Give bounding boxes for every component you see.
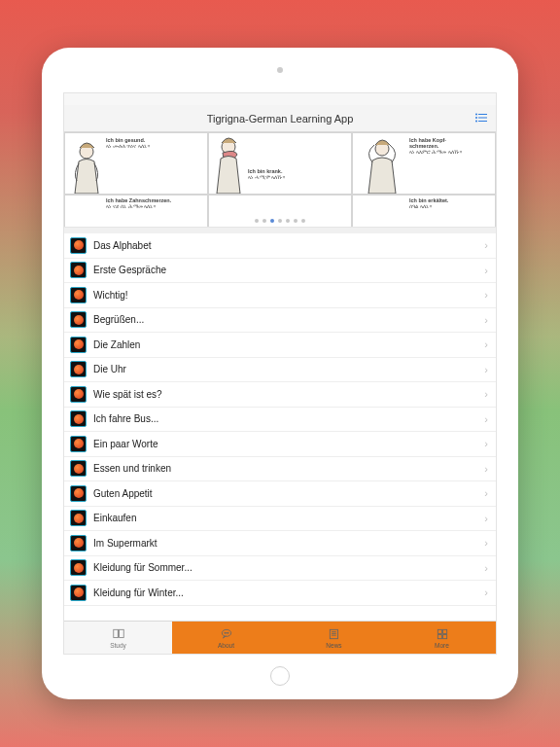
svg-rect-5 (478, 121, 487, 122)
chevron-right-icon: › (484, 265, 488, 276)
tab-news[interactable]: News (280, 622, 388, 654)
lesson-label: Erste Gespräche (93, 265, 484, 275)
list-item[interactable]: Ich fahre Bus... › (64, 408, 496, 433)
lesson-icon (70, 262, 87, 278)
chevron-right-icon: › (484, 513, 488, 524)
list-item[interactable]: Die Uhr › (64, 358, 496, 383)
carousel-dot[interactable] (278, 219, 282, 223)
news-icon (328, 627, 341, 641)
tab-label: More (435, 642, 449, 649)
lesson-icon (70, 337, 87, 353)
list-item[interactable]: Wie spät ist es? › (64, 382, 496, 408)
status-bar (64, 93, 496, 105)
chevron-right-icon: › (484, 413, 488, 425)
lesson-label: Einkaufen (93, 513, 484, 523)
lesson-label: Das Alphabet (93, 240, 484, 251)
svg-point-0 (475, 113, 477, 115)
lesson-icon (70, 287, 87, 303)
lesson-list[interactable]: Das Alphabet › Erste Gespräche › Wichtig… (64, 228, 496, 621)
tab-more[interactable]: More (388, 622, 496, 654)
lesson-icon (70, 559, 87, 576)
lesson-icon (70, 237, 87, 254)
lesson-icon (70, 311, 87, 328)
lesson-icon (70, 585, 87, 601)
home-button[interactable] (270, 666, 290, 686)
lesson-icon (70, 410, 87, 427)
lesson-label: Begrüßen... (93, 314, 484, 325)
svg-rect-20 (438, 629, 441, 633)
svg-rect-16 (330, 629, 337, 638)
lesson-label: Im Supermarkt (93, 538, 484, 549)
list-item[interactable]: Kleidung für Winter... › (64, 581, 496, 606)
comic-panel: Ich bin krank. ኣነ ሓሚሞ ኣለኹ። (208, 132, 352, 195)
lesson-icon (70, 460, 87, 477)
svg-rect-9 (113, 629, 118, 637)
list-item[interactable]: Begrüßen... › (64, 308, 496, 334)
lesson-label: Die Zahlen (93, 339, 484, 350)
list-item[interactable]: Wichtig! › (64, 283, 496, 308)
svg-point-4 (475, 120, 477, 122)
carousel-dot[interactable] (270, 219, 274, 223)
list-item[interactable]: Einkaufen › (64, 507, 496, 532)
svg-rect-23 (442, 634, 446, 638)
list-item[interactable]: Die Zahlen › (64, 333, 496, 358)
chevron-right-icon: › (484, 562, 488, 574)
svg-rect-22 (438, 634, 441, 638)
carousel-dot[interactable] (301, 219, 305, 223)
lesson-label: Guten Appetit (93, 488, 484, 499)
lesson-label: Ich fahre Bus... (93, 413, 484, 424)
lesson-icon (70, 510, 87, 526)
carousel-dot[interactable] (262, 219, 266, 223)
book-icon (112, 627, 125, 641)
panel-caption-ti: ኣነ ናይ ሰኒ ሕማመ ኣለኒ። (106, 203, 171, 209)
tab-bar: Study About News More (64, 621, 496, 654)
tab-about[interactable]: About (172, 622, 280, 654)
svg-point-15 (228, 632, 228, 633)
list-item[interactable]: Das Alphabet › (64, 233, 496, 259)
speech-icon (220, 627, 233, 641)
tab-label: Study (110, 642, 126, 649)
carousel-dot[interactable] (294, 219, 298, 223)
lesson-icon (70, 485, 87, 502)
lesson-icon (70, 361, 87, 377)
list-item[interactable]: Im Supermarkt › (64, 531, 496, 556)
chevron-right-icon: › (484, 364, 488, 375)
tab-study[interactable]: Study (64, 622, 172, 654)
comic-panel: Ich bin gesund. ኣነ ሙሉእ ጥዕና ኣለኒ። (64, 132, 208, 195)
lesson-icon (70, 535, 87, 551)
nav-bar: Tigrigna-German Learning App (64, 105, 496, 132)
svg-rect-21 (442, 629, 446, 633)
panel-caption-ti: ኣነ ኣእምሮ ሕማመ ኣለኹ። (409, 149, 468, 155)
svg-rect-10 (119, 629, 123, 637)
svg-rect-1 (478, 114, 487, 115)
svg-point-2 (475, 117, 477, 119)
panel-caption-de: Ich habe Kopf-schmerzen. (409, 137, 468, 149)
list-item[interactable]: Essen und trinken › (64, 457, 496, 482)
list-item[interactable]: Ein paar Worte › (64, 432, 496, 457)
carousel-dot[interactable] (286, 219, 290, 223)
lesson-icon (70, 386, 87, 403)
chevron-right-icon: › (484, 438, 488, 449)
lesson-label: Kleidung für Winter... (93, 587, 484, 598)
list-item[interactable]: Erste Gespräche › (64, 259, 496, 284)
menu-icon[interactable] (474, 112, 488, 125)
lesson-label: Wie spät ist es? (93, 389, 484, 400)
person-sick-icon (211, 135, 252, 194)
carousel-dot[interactable] (255, 219, 259, 223)
lesson-label: Essen und trinken (93, 463, 484, 474)
device-camera (277, 67, 283, 73)
svg-point-14 (226, 632, 227, 633)
lesson-icon (70, 436, 87, 452)
svg-rect-3 (478, 117, 487, 118)
carousel-dots[interactable] (255, 219, 305, 223)
list-item[interactable]: Guten Appetit › (64, 481, 496, 507)
tab-label: About (218, 642, 234, 649)
tablet-frame: Tigrigna-German Learning App Ich bin ges… (42, 48, 518, 699)
list-item[interactable]: Kleidung für Sommer... › (64, 556, 496, 582)
lesson-label: Die Uhr (93, 364, 484, 374)
comic-panel: Ich bin erkältet. ሰዓል ኣለኒ። (352, 195, 496, 228)
chevron-right-icon: › (484, 314, 488, 326)
chevron-right-icon: › (484, 537, 488, 549)
lesson-carousel[interactable]: Ich bin gesund. ኣነ ሙሉእ ጥዕና ኣለኒ። Ich bin … (64, 132, 496, 228)
comic-panel: Ich habe Kopf-schmerzen. ኣነ ኣእምሮ ሕማመ ኣለኹ… (352, 132, 496, 195)
